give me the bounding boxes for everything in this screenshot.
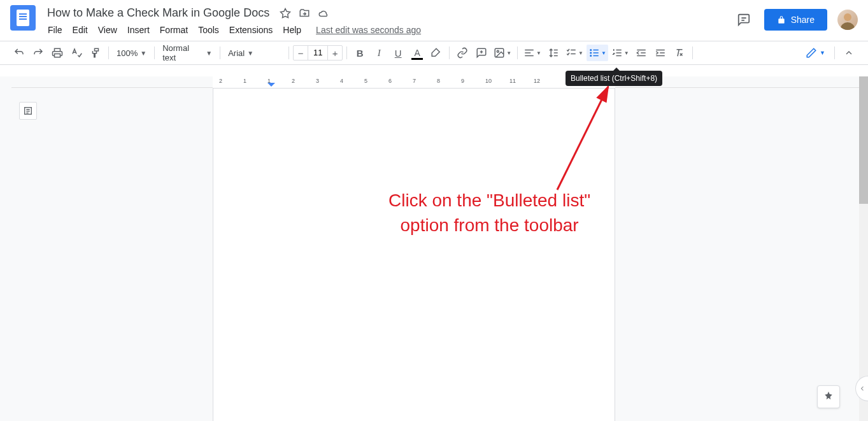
paragraph-style-select[interactable]: Normal text▼	[159, 45, 216, 61]
ruler-mark: 10	[485, 78, 492, 84]
collapse-toolbar-icon[interactable]	[840, 45, 858, 61]
cloud-status-icon[interactable]	[318, 8, 329, 19]
svg-point-1	[841, 22, 855, 30]
decrease-indent-icon[interactable]	[632, 45, 650, 61]
share-label: Share	[791, 15, 815, 25]
redo-icon[interactable]	[29, 45, 47, 61]
toolbar-right: ▼	[802, 45, 858, 61]
menu-edit[interactable]: Edit	[68, 22, 92, 38]
svg-point-6	[590, 55, 592, 57]
svg-point-4	[590, 50, 592, 51]
checklist-icon[interactable]: ▼	[564, 45, 585, 61]
print-icon[interactable]	[48, 45, 66, 61]
ruler-mark: 1	[267, 78, 271, 84]
underline-icon[interactable]: U	[389, 45, 407, 61]
toolbar-separator	[220, 46, 220, 59]
menu-extensions[interactable]: Extensions	[225, 22, 277, 38]
ruler-mark: 1	[243, 78, 246, 84]
increase-indent-icon[interactable]	[651, 45, 669, 61]
ruler-mark: 2	[292, 78, 295, 84]
svg-point-0	[844, 13, 851, 21]
scrollbar-thumb[interactable]	[859, 76, 868, 204]
insert-image-icon[interactable]: ▼	[492, 45, 513, 61]
title-icons	[280, 8, 329, 19]
toolbar-separator	[517, 46, 518, 59]
pencil-icon	[806, 47, 817, 59]
title-row: How to Make a Check Mark in Google Docs	[43, 5, 734, 21]
numbered-list-icon[interactable]: ▼	[609, 45, 631, 61]
paint-format-icon[interactable]	[87, 45, 104, 61]
document-canvas: 21123456789101112	[0, 76, 859, 421]
ruler-mark: 8	[437, 78, 440, 84]
undo-icon[interactable]	[10, 45, 28, 61]
ruler-mark: 4	[340, 78, 343, 84]
text-color-icon[interactable]: A	[408, 45, 426, 61]
insert-link-icon[interactable]	[453, 45, 471, 61]
toolbar: 100%▼ Normal text▼ Arial▼ − 11 + B I U A…	[0, 41, 868, 65]
document-title[interactable]: How to Make a Check Mark in Google Docs	[43, 5, 273, 21]
menu-tools[interactable]: Tools	[194, 22, 224, 38]
bold-icon[interactable]: B	[351, 45, 369, 61]
document-page[interactable]	[213, 88, 615, 421]
italic-icon[interactable]: I	[370, 45, 388, 61]
font-size-group: − 11 +	[293, 45, 343, 61]
tooltip: Bulleted list (Ctrl+Shift+8)	[566, 71, 662, 86]
vertical-ruler[interactable]	[0, 76, 11, 421]
line-spacing-icon[interactable]	[544, 45, 562, 61]
document-outline-icon[interactable]	[19, 102, 37, 120]
ruler-mark: 9	[461, 78, 464, 84]
toolbar-separator	[108, 46, 109, 59]
toolbar-separator	[834, 46, 835, 59]
bulleted-list-icon[interactable]: ▼	[587, 45, 608, 61]
ruler-mark: 5	[364, 78, 367, 84]
header-right: Share	[734, 9, 858, 31]
move-icon[interactable]	[299, 8, 310, 19]
font-family-select[interactable]: Arial▼	[224, 45, 285, 61]
last-edit-link[interactable]: Last edit was seconds ago	[316, 25, 421, 35]
ruler-mark: 3	[316, 78, 319, 84]
add-comment-icon[interactable]	[473, 45, 490, 61]
docs-logo-icon[interactable]	[10, 5, 36, 31]
vertical-scrollbar[interactable]	[859, 76, 868, 421]
zoom-select[interactable]: 100%▼	[113, 45, 150, 61]
explore-button-icon[interactable]	[817, 385, 840, 408]
menu-help[interactable]: Help	[278, 22, 306, 38]
menu-insert[interactable]: Insert	[123, 22, 154, 38]
star-icon[interactable]	[280, 8, 291, 19]
toolbar-separator	[346, 46, 347, 59]
svg-point-3	[497, 50, 499, 52]
spellcheck-icon[interactable]	[68, 45, 85, 61]
ruler-mark: 6	[388, 78, 392, 84]
ruler-mark: 2	[219, 78, 222, 84]
menu-view[interactable]: View	[94, 22, 122, 38]
comments-icon[interactable]	[734, 10, 754, 30]
ruler-mark: 12	[534, 78, 540, 84]
ruler-mark: 11	[509, 78, 516, 84]
highlight-color-icon[interactable]	[427, 45, 445, 61]
toolbar-separator	[449, 46, 450, 59]
font-size-decrease[interactable]: −	[294, 46, 308, 60]
header-main: How to Make a Check Mark in Google Docs …	[43, 5, 734, 38]
share-button[interactable]: Share	[764, 9, 827, 31]
font-size-input[interactable]: 11	[308, 46, 328, 60]
align-icon[interactable]: ▼	[522, 45, 543, 61]
clear-formatting-icon[interactable]	[671, 45, 688, 61]
ruler-mark: 7	[413, 78, 416, 84]
avatar[interactable]	[837, 10, 858, 30]
toolbar-separator	[154, 46, 155, 59]
toolbar-separator	[288, 46, 289, 59]
lock-icon	[777, 15, 786, 24]
horizontal-ruler[interactable]: 21123456789101112	[0, 76, 859, 88]
menubar: File Edit View Insert Format Tools Exten…	[43, 22, 734, 38]
menu-format[interactable]: Format	[155, 22, 192, 38]
header: How to Make a Check Mark in Google Docs …	[0, 0, 868, 41]
menu-file[interactable]: File	[43, 22, 67, 38]
font-size-increase[interactable]: +	[328, 46, 342, 60]
toolbar-separator	[692, 46, 693, 59]
svg-point-5	[590, 52, 592, 54]
editing-mode-select[interactable]: ▼	[802, 47, 829, 59]
